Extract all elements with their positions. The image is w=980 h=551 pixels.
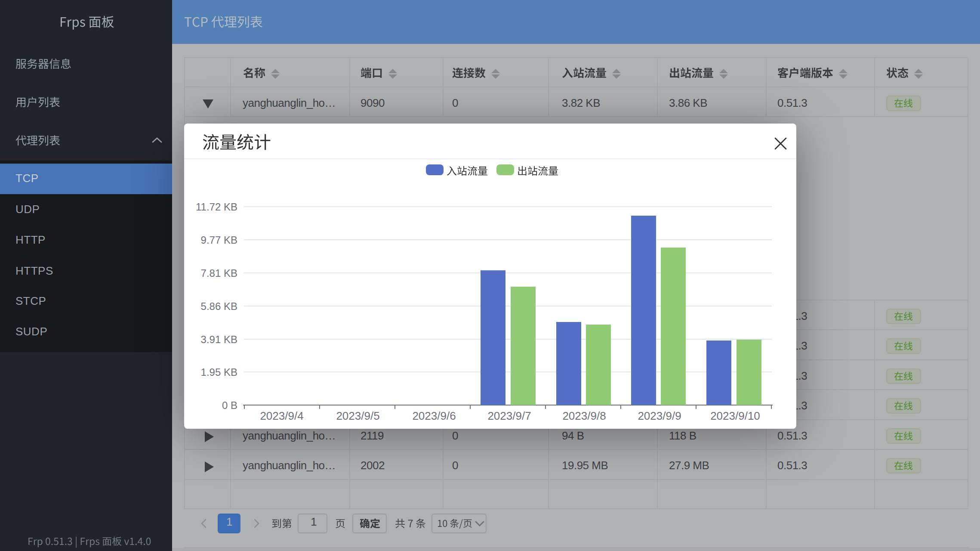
svg-text:2023/9/9: 2023/9/9: [638, 409, 681, 422]
svg-text:2023/9/5: 2023/9/5: [336, 409, 379, 422]
svg-text:2023/9/6: 2023/9/6: [412, 409, 456, 422]
svg-text:1.95 KB: 1.95 KB: [201, 366, 237, 378]
svg-text:7.81 KB: 7.81 KB: [201, 267, 237, 279]
svg-text:2023/9/10: 2023/9/10: [710, 409, 760, 422]
svg-text:5.86 KB: 5.86 KB: [201, 300, 237, 312]
svg-text:2023/9/4: 2023/9/4: [260, 409, 303, 422]
svg-text:11.72 KB: 11.72 KB: [196, 201, 237, 213]
svg-text:0 B: 0 B: [222, 399, 237, 411]
svg-text:2023/9/7: 2023/9/7: [487, 409, 531, 422]
svg-text:3.91 KB: 3.91 KB: [201, 334, 237, 345]
svg-text:2023/9/8: 2023/9/8: [562, 409, 606, 422]
svg-text:9.77 KB: 9.77 KB: [201, 234, 237, 246]
